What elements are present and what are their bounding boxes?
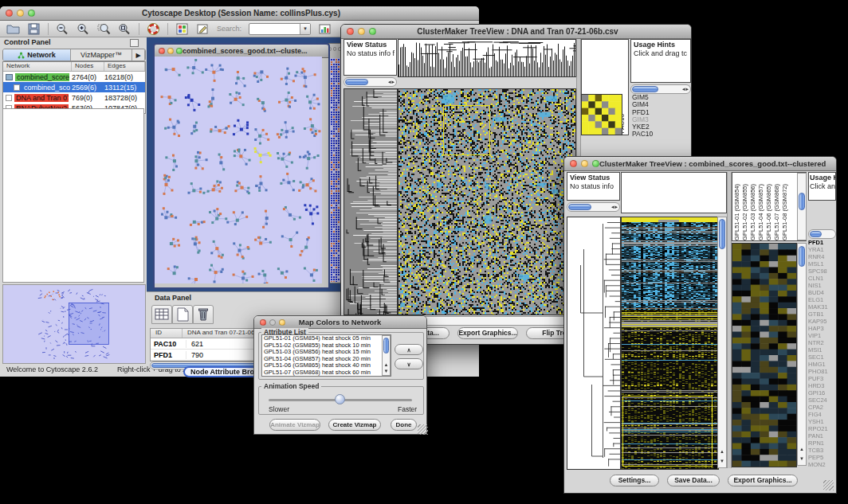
- gene-label[interactable]: PFD1: [632, 109, 690, 116]
- scroll-right-icon[interactable]: ▸: [391, 79, 395, 85]
- network-row[interactable]: combined_sco 2569(6) 13112(15): [3, 82, 145, 92]
- scroll-right-icon[interactable]: ▸: [685, 86, 689, 92]
- network-view-canvas[interactable]: [155, 57, 322, 283]
- gene-label[interactable]: RPN1: [808, 440, 836, 447]
- minimize-button[interactable]: [17, 10, 24, 17]
- treeview-dna-titlebar[interactable]: ClusterMaker TreeView : DNA and Tran 07-…: [341, 25, 691, 39]
- animate-vizmap-button[interactable]: Animate Vizmap: [269, 419, 320, 431]
- minimize-button[interactable]: [358, 28, 365, 35]
- tv2-zoom-heatmap-canvas[interactable]: [732, 243, 797, 467]
- gene-label[interactable]: MON2: [808, 461, 836, 468]
- network-row[interactable]: combined_scores 2764(0) 16218(0): [3, 72, 145, 82]
- attribute-list-scrollbar[interactable]: ▲ ▼: [382, 335, 391, 376]
- search-dropdown-arrow[interactable]: ▾: [300, 24, 310, 34]
- scroll-left-icon[interactable]: ◂: [388, 79, 391, 85]
- new-attribute-icon[interactable]: [172, 305, 193, 324]
- done-button[interactable]: Done: [391, 419, 417, 431]
- gene-label[interactable]: RNR4: [808, 253, 836, 260]
- zoom-button[interactable]: [28, 10, 35, 17]
- treeview-button[interactable]: Export Graphics...: [457, 327, 518, 339]
- resize-grip[interactable]: [823, 480, 834, 490]
- gene-label[interactable]: CLN1: [808, 275, 836, 282]
- zoom-fit-icon[interactable]: [118, 23, 132, 35]
- zoom-in-icon[interactable]: [77, 23, 90, 35]
- gene-label[interactable]: MAK31: [808, 303, 836, 311]
- tv2-hints-scrollbar[interactable]: [808, 229, 836, 239]
- tv2-status-scrollbar[interactable]: ◂▸: [567, 202, 620, 212]
- scrollbar-thumb[interactable]: [799, 246, 805, 267]
- tab-network[interactable]: Network: [3, 49, 71, 61]
- tv2-heatmap-canvas[interactable]: [621, 217, 719, 470]
- treeview-combined-titlebar[interactable]: ClusterMaker TreeView : combined_scores_…: [564, 157, 836, 171]
- gene-label[interactable]: SEC1: [808, 354, 836, 361]
- attribute-list-item[interactable]: GPL51-07 (GSM868) heat shock 60 min: [264, 369, 391, 377]
- zoom-button[interactable]: [369, 28, 376, 35]
- open-file-icon[interactable]: [6, 23, 20, 35]
- gene-label[interactable]: GIM3: [632, 116, 690, 123]
- help-lifesaver-icon[interactable]: [147, 23, 160, 35]
- gene-label[interactable]: NIS1: [808, 282, 836, 289]
- treeview-button[interactable]: Save Data...: [667, 475, 720, 486]
- tv1-column-dendrogram-canvas[interactable]: [398, 39, 576, 77]
- gene-label[interactable]: PHO81: [808, 368, 836, 375]
- minimize-button[interactable]: [581, 160, 588, 167]
- network-overview-canvas[interactable]: [2, 284, 146, 364]
- gene-label[interactable]: GPI16: [808, 389, 836, 397]
- scrollbar-thumb[interactable]: [632, 86, 658, 92]
- search-input[interactable]: ▾: [249, 23, 311, 35]
- gene-label[interactable]: GIM5: [632, 94, 690, 101]
- scroll-left-icon[interactable]: ◂: [611, 204, 614, 210]
- gene-label[interactable]: KAP95: [808, 318, 836, 325]
- tv2-zoom-scrollbar[interactable]: ▲ ▼: [797, 243, 807, 466]
- resize-grip[interactable]: [418, 424, 428, 435]
- zoom-button[interactable]: [176, 48, 183, 54]
- scrollbar-thumb[interactable]: [568, 204, 591, 210]
- gene-label[interactable]: BUD4: [808, 289, 836, 296]
- gene-label[interactable]: VIP1: [808, 332, 836, 339]
- main-titlebar[interactable]: Cytoscape Desktop (Session Name: collins…: [0, 6, 479, 21]
- tv1-status-scrollbar[interactable]: ◂▸: [344, 77, 397, 87]
- gene-label[interactable]: PAC10: [632, 131, 690, 138]
- gene-label[interactable]: RPO21: [808, 425, 836, 432]
- scroll-up-icon[interactable]: ▲: [718, 449, 726, 455]
- minimize-button[interactable]: [333, 47, 337, 51]
- float-panel-icon[interactable]: [130, 39, 139, 47]
- gene-label[interactable]: PEP5: [808, 454, 836, 461]
- scrollbar-thumb[interactable]: [810, 231, 822, 237]
- gene-label[interactable]: YRA1: [808, 246, 836, 253]
- tab-vizmapper[interactable]: VizMapper™: [71, 49, 132, 61]
- save-icon[interactable]: [27, 23, 41, 35]
- gene-label[interactable]: MSL1: [808, 260, 836, 268]
- gene-label[interactable]: YKE2: [632, 123, 690, 131]
- tv1-hints-scrollbar[interactable]: ◂▸: [630, 84, 691, 94]
- gene-label[interactable]: GTB1: [808, 311, 836, 318]
- tv2-labels-scrollbar[interactable]: [797, 173, 807, 240]
- scroll-down-icon[interactable]: ▼: [383, 369, 390, 374]
- gene-label[interactable]: SEC24: [808, 397, 836, 404]
- zoom-out-icon[interactable]: [56, 23, 69, 35]
- zoom-button[interactable]: [279, 319, 285, 326]
- vizmapper-grid-icon[interactable]: [175, 23, 189, 35]
- dialog-titlebar[interactable]: Map Colors to Network: [254, 316, 426, 329]
- gene-label[interactable]: PFD1: [808, 239, 836, 246]
- close-button[interactable]: [159, 48, 165, 54]
- tv2-row-dendrogram-canvas[interactable]: [567, 217, 621, 470]
- tv1-heatmap-canvas[interactable]: [398, 88, 576, 315]
- zoom-selected-icon[interactable]: [97, 23, 111, 35]
- tab-overflow-arrow[interactable]: ▶: [132, 49, 145, 61]
- minimize-button[interactable]: [269, 319, 276, 326]
- scroll-up-icon[interactable]: ▲: [798, 447, 806, 452]
- gene-label[interactable]: PUF3: [808, 375, 836, 382]
- scroll-left-icon[interactable]: ◂: [682, 86, 685, 92]
- table-mode-icon[interactable]: [151, 305, 172, 324]
- chart-icon[interactable]: [318, 23, 332, 35]
- tv1-zoom-heatmap-canvas[interactable]: [581, 94, 622, 135]
- treeview-button[interactable]: Settings...: [610, 475, 659, 486]
- tv1-row-dendrogram-canvas[interactable]: [344, 88, 398, 315]
- gene-label[interactable]: HRD3: [808, 382, 836, 389]
- close-button[interactable]: [6, 10, 13, 17]
- annotation-icon[interactable]: [196, 23, 210, 35]
- create-vizmap-button[interactable]: Create Vizmap: [328, 419, 381, 431]
- gene-label[interactable]: GIM4: [632, 101, 690, 108]
- gene-label[interactable]: CPA2: [808, 404, 836, 411]
